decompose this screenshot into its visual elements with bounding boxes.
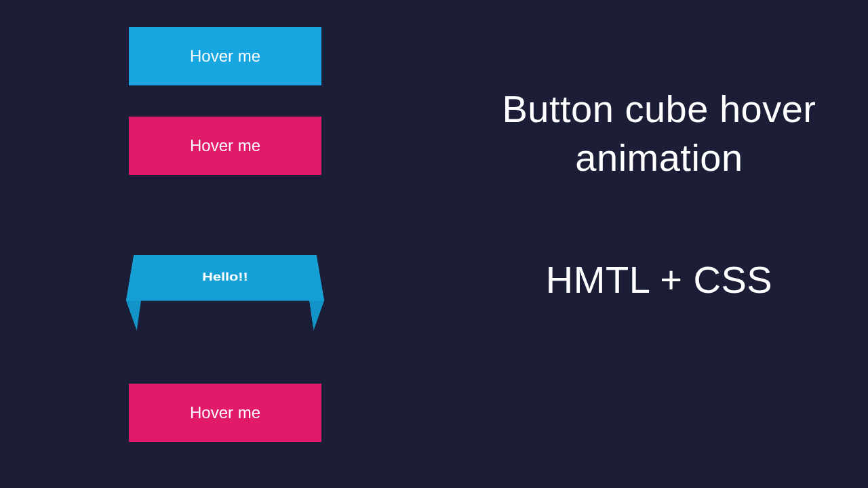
cube-front-label: Hello!! [202,270,248,284]
cube-inner: Hover me Hello!! [132,272,319,317]
cube-hover-button[interactable]: Hover me Hello!! [129,264,321,323]
hover-button-4-label: Hover me [190,403,260,422]
subheadline: HMTL + CSS [449,258,868,302]
hover-button-1-label: Hover me [190,47,260,66]
headline-line-1: Button cube hover [449,87,868,131]
hover-button-2[interactable]: Hover me [129,117,321,175]
title-panel: Button cube hover animation HMTL + CSS [434,0,868,488]
demo-stage: Hover me Hover me Hover me Hello!! Hover… [0,0,434,488]
hover-button-2-label: Hover me [190,136,260,155]
hover-button-1[interactable]: Hover me [129,27,321,85]
headline-line-2: animation [449,136,868,180]
cube-face-front: Hello!! [126,255,324,301]
hover-button-4[interactable]: Hover me [129,384,321,442]
